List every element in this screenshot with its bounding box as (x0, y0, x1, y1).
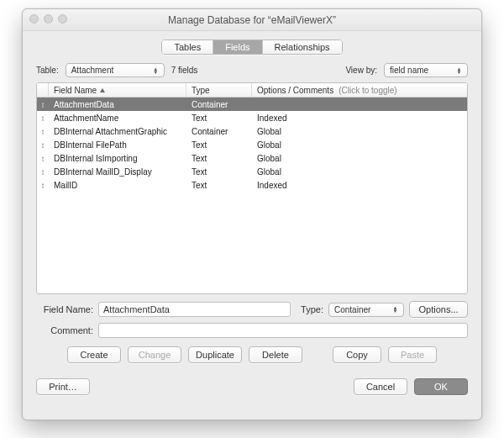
field-count: 7 fields (171, 66, 198, 75)
titlebar: Manage Database for “eMailViewerX” (23, 9, 481, 31)
cell-type: Container (186, 100, 252, 109)
cell-fieldname: AttachmentData (49, 100, 186, 109)
cell-fieldname: DBInternal AttachmentGraphic (49, 127, 186, 136)
cell-type: Text (186, 181, 252, 190)
table-row[interactable]: ↕DBInternal IsImportingTextGlobal (37, 151, 467, 165)
paste-button[interactable]: Paste (388, 346, 437, 363)
delete-button[interactable]: Delete (249, 346, 302, 363)
updown-icon: ▲▼ (151, 67, 160, 74)
cell-type: Text (186, 140, 252, 150)
manage-database-window: Manage Database for “eMailViewerX” Table… (22, 8, 482, 420)
duplicate-button[interactable]: Duplicate (188, 346, 242, 363)
tab-bar: Tables Fields Relationships (23, 31, 481, 60)
type-select-value: Container (334, 305, 370, 314)
cell-options: Global (252, 140, 467, 150)
tab-fields[interactable]: Fields (213, 40, 262, 54)
fieldname-label: Field Name: (36, 304, 93, 314)
table-row[interactable]: ↕AttachmentNameTextIndexed (37, 111, 467, 124)
print-button[interactable]: Print… (36, 378, 90, 395)
table-label: Table: (36, 66, 59, 75)
footer: Print… Cancel OK (23, 363, 481, 395)
drag-handle-icon[interactable]: ↕ (37, 100, 49, 109)
drag-handle-icon[interactable]: ↕ (37, 154, 49, 163)
table-select-value: Attachment (71, 66, 114, 75)
copy-button[interactable]: Copy (333, 346, 381, 363)
fieldname-input[interactable] (98, 302, 291, 317)
tab-segment: Tables Fields Relationships (161, 40, 342, 55)
close-icon[interactable] (29, 14, 39, 24)
window-controls (29, 14, 67, 24)
window-title: Manage Database for “eMailViewerX” (168, 14, 336, 26)
cell-fieldname: DBInternal IsImporting (49, 154, 186, 163)
comment-label: Comment: (36, 325, 93, 335)
zoom-icon[interactable] (58, 14, 67, 24)
cell-fieldname: AttachmentName (49, 113, 186, 123)
table-row[interactable]: ↕DBInternal FilePathTextGlobal (37, 138, 467, 151)
create-button[interactable]: Create (67, 346, 121, 363)
cell-fieldname: DBInternal MailID_Display (49, 167, 186, 177)
cell-options: Indexed (252, 181, 467, 190)
type-label: Type: (301, 304, 323, 314)
table-select[interactable]: Attachment ▲▼ (66, 63, 165, 77)
cancel-button[interactable]: Cancel (354, 378, 407, 395)
table-row[interactable]: ↕DBInternal MailID_DisplayTextGlobal (37, 165, 467, 178)
comment-row: Comment: (23, 318, 481, 338)
options-button[interactable]: Options... (409, 301, 468, 318)
cell-options: Indexed (252, 113, 467, 123)
col-options[interactable]: Options / Comments (Click to toggle) (252, 83, 467, 97)
drag-handle-icon[interactable]: ↕ (37, 167, 49, 177)
cell-type: Container (186, 127, 252, 136)
table-body: ↕AttachmentDataContainer↕AttachmentNameT… (37, 98, 467, 192)
cell-options: Global (252, 154, 467, 163)
drag-handle-icon[interactable]: ↕ (37, 140, 49, 150)
ok-button[interactable]: OK (414, 378, 468, 395)
table-row[interactable]: ↕DBInternal AttachmentGraphicContainerGl… (37, 124, 467, 138)
drag-handle-icon[interactable]: ↕ (37, 113, 49, 123)
table-header: Field Name Type Options / Comments (Clic… (37, 83, 467, 98)
viewby-select[interactable]: field name ▲▼ (384, 63, 468, 77)
col-type[interactable]: Type (186, 83, 252, 97)
click-toggle-hint: (Click to toggle) (339, 86, 396, 95)
drag-handle-icon[interactable]: ↕ (37, 181, 49, 190)
col-fieldname[interactable]: Field Name (49, 83, 186, 97)
cell-type: Text (186, 154, 252, 163)
minimize-icon[interactable] (44, 14, 53, 24)
table-row[interactable]: ↕MailIDTextIndexed (37, 178, 467, 192)
drag-handle-icon[interactable]: ↕ (37, 127, 49, 136)
cell-options: Global (252, 127, 467, 136)
updown-icon: ▲▼ (391, 306, 400, 313)
cell-fieldname: DBInternal FilePath (49, 140, 186, 150)
cell-fieldname: MailID (49, 181, 186, 190)
tab-relationships[interactable]: Relationships (263, 40, 342, 54)
action-buttons: Create Change Duplicate Delete Copy Past… (23, 338, 481, 363)
cell-type: Text (186, 113, 252, 123)
fieldname-row: Field Name: Type: Container ▲▼ Options..… (23, 294, 481, 318)
col-handle (37, 83, 49, 97)
table-toolbar: Table: Attachment ▲▼ 7 fields View by: f… (23, 60, 481, 82)
viewby-label: View by: (345, 66, 377, 75)
table-row[interactable]: ↕AttachmentDataContainer (37, 98, 467, 111)
fields-table: Field Name Type Options / Comments (Clic… (36, 82, 468, 294)
tab-tables[interactable]: Tables (162, 40, 213, 54)
type-select[interactable]: Container ▲▼ (328, 303, 404, 317)
change-button[interactable]: Change (128, 346, 181, 363)
cell-type: Text (186, 167, 252, 177)
comment-input[interactable] (98, 323, 468, 338)
viewby-select-value: field name (390, 66, 428, 75)
updown-icon: ▲▼ (454, 67, 464, 74)
cell-options: Global (252, 167, 467, 177)
